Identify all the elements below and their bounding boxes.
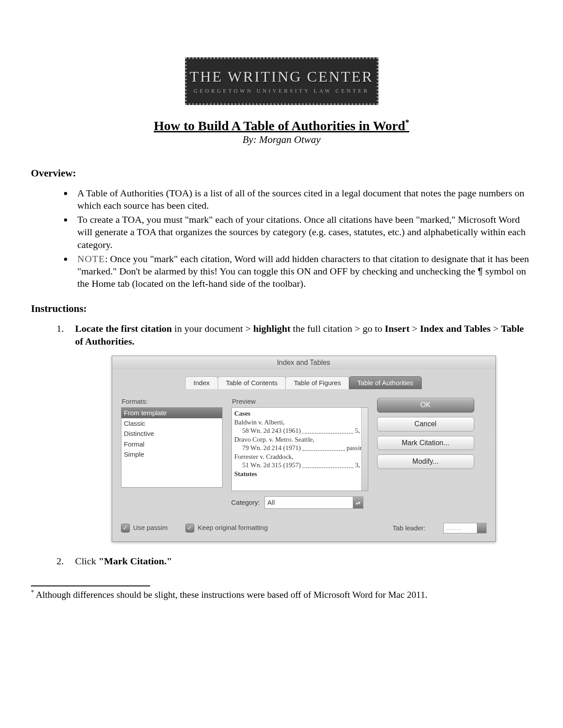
preview-case-line: 51 Wn. 2d 315 (1957)3, 4 [234,461,365,470]
checkbox-checked-icon: ✓ [185,524,194,533]
preview-case: Baldwin v. Alberti, [234,418,365,427]
format-option-from-template[interactable]: From template [121,408,222,418]
instructions-list: Locate the first citation in your docume… [31,323,532,567]
tab-leader-label: Tab leader: [393,524,425,533]
tab-index[interactable]: Index [185,376,218,389]
category-row: Category: All ▴▾ [231,496,368,509]
footnote-text: Although differences should be slight, t… [36,589,427,600]
step-text: Insert [385,323,409,334]
step-text: Locate the first citation [75,323,172,334]
keep-formatting-checkbox-wrap[interactable]: ✓Keep original formatting [185,523,268,533]
preview-cite: 51 Wn. 2d 315 (1957) [242,461,301,470]
step-text: "Mark Citation." [98,555,172,567]
step-text: in your document > [172,323,253,334]
preview-statutes-header: Statutes [234,470,365,479]
logo-subtitle: GEORGETOWN UNIVERSITY LAW CENTER [194,88,370,94]
checkbox-checked-icon: ✓ [121,524,130,533]
overview-item: To create a TOA, you must "mark" each of… [73,214,532,251]
formats-column: Formats: From template Classic Distincti… [121,397,223,492]
overview-heading: Overview: [31,168,532,179]
dropdown-arrows-icon [477,523,486,533]
preview-box: Cases Baldwin v. Alberti, 58 Wn. 2d 243 … [231,407,368,491]
step-text: Index and Tables [420,323,491,334]
tab-table-of-contents[interactable]: Table of Contents [218,376,286,389]
dialog-bottom-row: ✓Use passim ✓Keep original formatting Ta… [112,513,495,541]
title-footnote-marker: * [405,118,409,127]
preview-cases-header: Cases [234,409,365,418]
dialog-title: Index and Tables [112,356,495,369]
formats-label: Formats: [121,397,223,406]
instruction-step-1: Locate the first citation in your docume… [66,323,532,542]
preview-case-line: 58 Wn. 2d 243 (1961)5, 6 [234,427,365,435]
preview-label: Preview [231,397,368,406]
instruction-step-2: Click "Mark Citation." [66,555,532,568]
footnote: *Although differences should be slight, … [31,589,532,600]
preview-cite: 58 Wn. 2d 243 (1961) [242,427,301,435]
use-passim-checkbox-wrap[interactable]: ✓Use passim [121,523,168,533]
overview-list: A Table of Authorities (TOA) is a list o… [31,187,532,290]
instructions-heading: Instructions: [31,303,532,315]
footnote-marker: * [31,589,34,596]
format-option-simple[interactable]: Simple [121,449,222,460]
dialog-tabs: Index Table of Contents Table of Figures… [112,376,495,389]
index-and-tables-dialog-screenshot: Index and Tables Index Table of Contents… [112,356,496,542]
ok-button[interactable]: OK [377,398,474,413]
overview-item: NOTE: Once you "mark" each citation, Wor… [73,253,532,290]
modify-button[interactable]: Modify... [377,454,474,469]
format-option-distinctive[interactable]: Distinctive [121,428,222,439]
preview-case: Dravo Corp. v. Metro. Seattle, [234,435,365,444]
document-title-text: How to Build A Table of Authorities in W… [154,118,405,133]
step-text: > [409,323,419,334]
mark-citation-button[interactable]: Mark Citation... [377,436,474,450]
document-title: How to Build A Table of Authorities in W… [31,118,532,133]
tab-table-of-authorities[interactable]: Table of Authorities [349,376,422,389]
use-passim-label: Use passim [133,524,168,531]
scrollbar[interactable] [361,408,368,491]
cancel-button[interactable]: Cancel [377,417,474,432]
preview-case-line: 79 Wn. 2d 214 (1971)passim [234,444,365,453]
button-column: OK Cancel Mark Citation... Modify... [377,397,474,492]
preview-cite: 79 Wn. 2d 214 (1971) [242,444,301,453]
overview-item: A Table of Authorities (TOA) is a list o… [73,187,532,212]
footnote-separator [31,585,150,586]
step-text: Click [75,555,98,567]
tab-leader-value: ....... [446,525,462,531]
step-text: > [491,323,501,334]
logo-title: THE WRITING CENTER [190,68,374,85]
tab-leader-select[interactable]: ....... [443,523,487,533]
byline: By: Morgan Otway [31,134,532,146]
preview-case: Forrester v. Craddock, [234,453,365,462]
format-option-formal[interactable]: Formal [121,439,222,450]
step-text: highlight [253,323,290,334]
format-option-classic[interactable]: Classic [121,418,222,429]
pilcrow-symbol: ¶ [478,266,483,277]
dropdown-arrows-icon: ▴▾ [353,497,363,508]
formats-listbox[interactable]: From template Classic Distinctive Formal… [121,407,223,488]
category-value: All [268,498,275,507]
note-label: NOTE [77,253,105,264]
category-label: Category: [231,498,260,507]
keep-formatting-label: Keep original formatting [198,524,268,531]
writing-center-logo: THE WRITING CENTER GEORGETOWN UNIVERSITY… [185,57,378,105]
preview-column: Preview Cases Baldwin v. Alberti, 58 Wn.… [231,397,368,492]
tab-table-of-figures[interactable]: Table of Figures [285,376,349,389]
overview-text: : Once you "mark" each citation, Word wi… [77,253,529,277]
category-select[interactable]: All ▴▾ [264,496,363,509]
step-text: the full citation > go to [291,323,385,334]
